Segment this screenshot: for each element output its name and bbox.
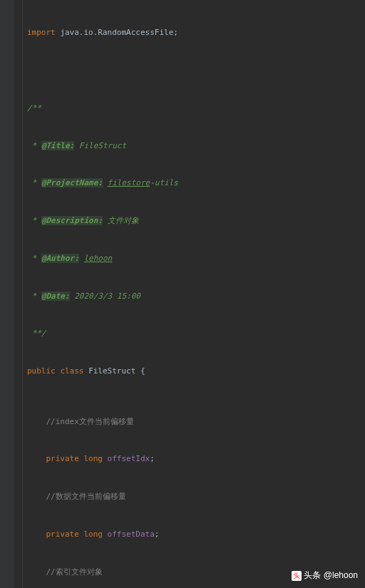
watermark-label: 头条: [304, 570, 321, 580]
doc-date: * @Date: 2020/3/3 15:00: [27, 290, 320, 303]
watermark-author: @lehoon: [324, 570, 358, 580]
doc-project: * @ProjectName: filestore-utils: [27, 177, 320, 190]
field-decl: private long offsetIdx;: [27, 453, 320, 465]
field-comment: //index文件当前偏移量: [27, 416, 320, 428]
blank-line: [27, 64, 320, 77]
watermark: 头 头条 @lehoon: [292, 569, 358, 582]
field-decl: private long offsetData;: [27, 528, 320, 541]
field-comment: //数据文件当前偏移量: [27, 490, 320, 503]
class-decl: public class FileStruct {: [27, 365, 320, 378]
doc-desc: * @Description: 文件对象: [27, 215, 320, 227]
field-comment: //索引文件对象: [27, 566, 320, 579]
code-line: import java.io.RandomAccessFile;: [27, 26, 320, 39]
doc-title: * @Title: FileStruct: [27, 140, 320, 153]
doc-author: * @Author: lehoon: [27, 252, 320, 265]
toutiao-icon: 头: [292, 571, 302, 581]
doc-close: **/: [27, 327, 320, 340]
code-area[interactable]: import java.io.RandomAccessFile; /** * @…: [23, 0, 320, 588]
doc-open: /**: [27, 102, 320, 115]
code-editor[interactable]: import java.io.RandomAccessFile; /** * @…: [0, 0, 365, 588]
fold-column: [14, 0, 23, 588]
gutter: [0, 0, 14, 588]
